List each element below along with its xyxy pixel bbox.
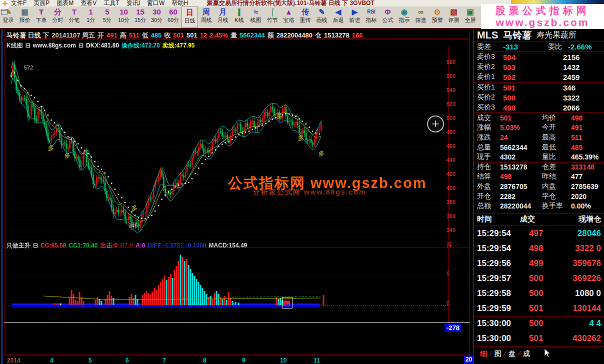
- stat-row: 外盘2876705内盘2785639: [474, 182, 604, 192]
- stat-label: 最高: [542, 133, 571, 142]
- toolbar-button-月线[interactable]: 月月线: [214, 6, 231, 28]
- ask-row[interactable]: 卖价15022459: [474, 72, 604, 82]
- toolbar-button-评测[interactable]: ▧评测: [446, 6, 462, 28]
- indicator-canvas[interactable]: [4, 240, 470, 322]
- tape-row[interactable]: 15:29:56499359676: [474, 256, 604, 271]
- tape-row[interactable]: 15:29:544983322 0: [474, 241, 604, 256]
- toolbar-button-分时[interactable]: 分分时: [50, 6, 66, 28]
- stat-value: 313148: [571, 163, 601, 171]
- menu-item-5[interactable]: 资讯I: [126, 0, 140, 6]
- menu-item-0[interactable]: 文件F: [11, 0, 26, 6]
- toolbar-button-公式[interactable]: Φ公式: [380, 6, 396, 28]
- toolbar-button-全屏[interactable]: ▣全屏: [462, 6, 478, 28]
- empty-sub-pane[interactable]: -278: [4, 322, 470, 355]
- tab-成[interactable]: 成: [520, 350, 533, 358]
- bid-row[interactable]: 买价1501346: [474, 82, 604, 92]
- date-label: 6: [126, 357, 129, 364]
- toolbar-button-线图[interactable]: ≈线图: [248, 6, 264, 28]
- tab-细[interactable]: 细: [477, 350, 490, 358]
- main-kline-pane[interactable]: K线图⊟www.88gs.com⊟DKX:481.80操作线:472.70卖线:…: [4, 39, 470, 240]
- tape-row[interactable]: 15:30:005004 4: [474, 316, 604, 331]
- window-title: 聚赢交易所行情分析软件(简大版).101-马铃薯 日线 下 3GVBOT: [207, 0, 374, 6]
- fullscreen-icon: ▣: [462, 7, 478, 17]
- toolbar-button-预警[interactable]: ⊙预警: [429, 6, 446, 28]
- toolbar-button-1分[interactable]: 11分: [82, 6, 99, 28]
- menu-item-4[interactable]: 工具T: [104, 0, 119, 6]
- kline-canvas[interactable]: [4, 40, 470, 240]
- date-axis-badge: 20: [464, 356, 474, 364]
- menu-item-2[interactable]: 图表M: [56, 0, 74, 6]
- tape-price: 500: [529, 318, 555, 328]
- tape-volume: 430262: [555, 334, 601, 344]
- toolbar-button-竹节[interactable]: ⌠竹节: [264, 6, 280, 28]
- text-segment: 出击:0: [100, 242, 118, 249]
- toolbar-button-报价[interactable]: ▦报价: [16, 6, 33, 28]
- tape-price: 501: [529, 334, 555, 344]
- level-price: 499: [503, 104, 533, 112]
- toolbar-button-K线[interactable]: ∥K线: [231, 6, 248, 28]
- toolbar-button-30分[interactable]: 3030分: [148, 6, 165, 28]
- price-tick-label: 560: [446, 73, 468, 79]
- toolbar-label: 60分: [165, 17, 182, 24]
- date-label: 7: [162, 357, 166, 364]
- move-crosshair-icon[interactable]: ✛: [0, 0, 10, 9]
- toolbar-button-分笔[interactable]: T分笔: [66, 6, 82, 28]
- toolbar-label: 评测: [446, 17, 462, 24]
- toolbar-button-指标[interactable]: RSI指标: [363, 6, 380, 28]
- stat-value: 1513278: [500, 163, 542, 171]
- toolbar-label: 线图: [248, 17, 264, 24]
- menu-item-7[interactable]: 帮助H: [172, 0, 188, 6]
- tape-row[interactable]: 15:29:5449728046: [474, 226, 604, 241]
- zoom-plus-icon[interactable]: +: [427, 116, 444, 132]
- toolbar-button-日线[interactable]: 日日线: [182, 6, 198, 28]
- ask-row[interactable]: 卖价25031432: [474, 62, 604, 72]
- stat-label: 最低: [542, 143, 571, 152]
- indicator-pane[interactable]: 只做主升⊟CC:65.58CC1:70.40出击:0B7:0A:0DIFF:-1…: [4, 240, 470, 322]
- tab-盘[interactable]: 盘: [506, 350, 518, 358]
- toolbar-button-周线[interactable]: 周周线: [198, 6, 214, 28]
- tape-row[interactable]: 15:29:57500369226: [474, 271, 604, 286]
- date-label: 5: [88, 357, 92, 364]
- stat-row: 开仓2282平仓2020: [474, 192, 604, 202]
- toolbar-button-60分[interactable]: 6060分: [165, 6, 182, 28]
- tape-row[interactable]: 15:30:00501430262: [474, 331, 604, 346]
- price-tick-label: 460: [446, 143, 468, 149]
- toolbar-label: 公式: [380, 17, 396, 24]
- toolbar-button-后退[interactable]: ◀后退: [330, 6, 346, 28]
- toolbar-button-10分[interactable]: 1010分: [116, 6, 132, 28]
- ask-row[interactable]: 卖价35042156: [474, 52, 604, 62]
- bid-row[interactable]: 买价25003322: [474, 92, 604, 102]
- price-tick-label: 420: [446, 171, 468, 177]
- menu-item-3[interactable]: 查看V: [80, 0, 96, 6]
- tape-row[interactable]: 15:29:585001080 0: [474, 286, 604, 301]
- stat-value: 5.03%: [500, 124, 542, 132]
- stat-label: 外盘: [477, 182, 500, 191]
- long-marker: 多: [276, 112, 282, 120]
- toolbar-button-宝塔[interactable]: ▲宝塔: [280, 6, 297, 28]
- forward-icon: ▶: [346, 7, 363, 17]
- text-segment: ⊟: [33, 242, 38, 249]
- level-label: 卖价2: [477, 62, 503, 72]
- mini-window-icon[interactable]: [1, 10, 8, 15]
- toolbar-button-前进[interactable]: ▶前进: [346, 6, 363, 28]
- toolbar-button-筛选[interactable]: ∞筛选: [412, 6, 429, 28]
- stat-label: 开仓: [477, 192, 500, 201]
- price-tick-label: 340: [446, 227, 468, 233]
- menu-item-6[interactable]: 窗口W: [147, 0, 164, 6]
- linechart-icon: ≈: [248, 7, 264, 17]
- toolbar-button-重传[interactable]: 传重传: [297, 6, 314, 28]
- text-segment: 低: [142, 32, 148, 39]
- tab-图[interactable]: 图: [492, 350, 504, 358]
- text-segment: 高: [120, 32, 126, 39]
- bid-row[interactable]: 买价34992066: [474, 102, 604, 112]
- level-qty: 3322: [533, 94, 601, 102]
- toolbar-button-指示[interactable]: ◉指示: [396, 6, 412, 28]
- tape-row[interactable]: 15:29:59501130144: [474, 301, 604, 316]
- toolbar-button-下单[interactable]: Ŧ下单: [33, 6, 50, 28]
- text-segment: 511: [129, 32, 140, 39]
- menu-item-1[interactable]: 页面P: [34, 0, 50, 6]
- toolbar-button-15分[interactable]: 1515分: [132, 6, 148, 28]
- toolbar-label: 后退: [330, 17, 346, 24]
- toolbar-button-5分[interactable]: 55分: [99, 6, 116, 28]
- toolbar-button-画线[interactable]: ✎画线: [314, 6, 330, 28]
